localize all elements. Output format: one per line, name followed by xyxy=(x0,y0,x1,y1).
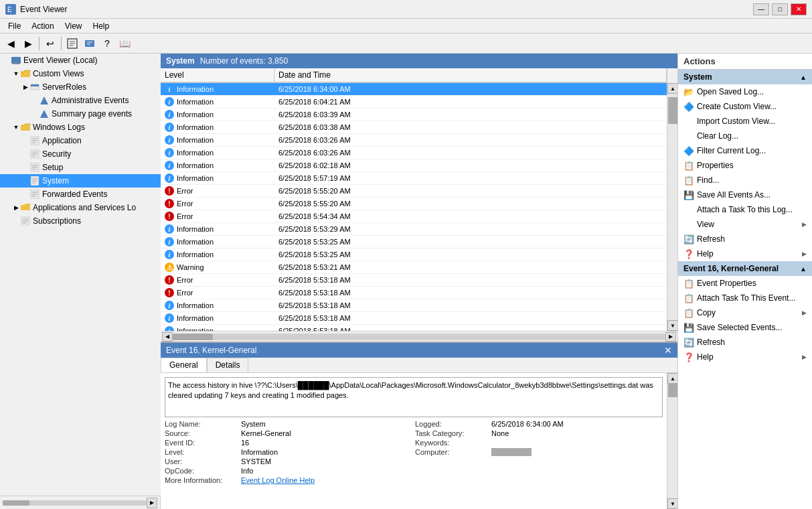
expander-appservices[interactable]: ▶ xyxy=(12,204,20,212)
action-item[interactable]: Clear Log... xyxy=(678,129,812,143)
event-row[interactable]: iInformation6/25/2018 6:03:26 AM xyxy=(161,147,667,159)
book-button[interactable]: 📖 xyxy=(116,35,133,52)
event-row[interactable]: !Error6/25/2018 5:53:18 AM xyxy=(161,274,667,287)
toolbar-separator-1 xyxy=(39,37,39,50)
tree-item-setup[interactable]: Setup xyxy=(0,161,161,174)
event-row[interactable]: !Error6/25/2018 5:53:18 AM xyxy=(161,287,667,299)
expander-serverroles[interactable]: ▶ xyxy=(21,83,29,91)
tab-general[interactable]: General xyxy=(161,358,207,372)
scroll-track[interactable] xyxy=(667,94,677,320)
event-row[interactable]: !Error6/25/2018 5:55:20 AM xyxy=(161,185,667,198)
event-row[interactable]: !Error6/25/2018 5:54:34 AM xyxy=(161,210,667,223)
minimize-button[interactable]: — xyxy=(753,3,769,15)
event-row[interactable]: ⚠Warning6/25/2018 5:53:21 AM xyxy=(161,261,667,274)
event-row[interactable]: iInformation6/25/2018 5:53:18 AM xyxy=(161,325,667,331)
detail-scrollbar[interactable]: ▲ ▼ xyxy=(667,373,677,509)
event-level-cell: iInformation xyxy=(161,122,274,133)
event-row[interactable]: iInformation6/25/2018 6:03:26 AM xyxy=(161,134,667,147)
events-h-scrollbar[interactable]: ◀ ▶ xyxy=(161,331,677,342)
more-info-link[interactable]: Event Log Online Help xyxy=(241,476,412,484)
help-button[interactable]: ? xyxy=(99,35,115,52)
tab-details[interactable]: Details xyxy=(207,358,249,372)
action-item[interactable]: 📋Attach Task To This Event... xyxy=(678,291,812,305)
event-row[interactable]: iInformation6/25/2018 6:03:38 AM xyxy=(161,121,667,134)
event-detail-close-button[interactable]: ✕ xyxy=(664,345,672,356)
action-item[interactable]: 📋Find... xyxy=(678,173,812,188)
event-row[interactable]: iInformation6/25/2018 5:57:19 AM xyxy=(161,172,667,185)
event-row[interactable]: iInformation6/25/2018 6:02:18 AM xyxy=(161,159,667,172)
action-item[interactable]: 🔄Refresh xyxy=(678,335,812,350)
tree-item-system[interactable]: System xyxy=(0,174,161,188)
event-row[interactable]: iInformation6/25/2018 6:04:21 AM xyxy=(161,96,667,108)
events-scrollbar[interactable]: ▲ ▼ xyxy=(667,83,677,331)
event-detail-body: The access history in hive \??\C:\Users\… xyxy=(161,373,667,509)
event-row[interactable]: iInformation6/25/2018 5:53:29 AM xyxy=(161,223,667,236)
action-item[interactable]: View▶ xyxy=(678,217,812,232)
h-scroll-track[interactable] xyxy=(173,334,665,340)
tree-item-appservices[interactable]: ▶Applications and Services Lo xyxy=(0,201,161,214)
tree-icon-root xyxy=(11,55,21,66)
scroll-up-btn[interactable]: ▲ xyxy=(667,83,677,94)
scroll-right-h-btn[interactable]: ▶ xyxy=(665,332,676,342)
detail-scroll-thumb[interactable] xyxy=(668,384,677,397)
event-row[interactable]: iInformation6/25/2018 5:53:25 AM xyxy=(161,248,667,261)
scroll-left-btn[interactable]: ◀ xyxy=(162,332,173,342)
action-label: Event Properties xyxy=(697,279,756,288)
tree-item-summarypage[interactable]: Summary page events xyxy=(0,107,161,121)
left-panel-scrollbar[interactable]: ▶ xyxy=(0,496,161,509)
tree-item-subscriptions[interactable]: Subscriptions xyxy=(0,214,161,228)
scroll-thumb[interactable] xyxy=(668,97,677,124)
event-row[interactable]: iInformation6/25/2018 5:53:18 AM xyxy=(161,299,667,312)
forward-button[interactable]: ▶ xyxy=(20,35,36,52)
up-button[interactable]: ↩ xyxy=(42,35,58,52)
h-scroll-thumb[interactable] xyxy=(173,334,213,340)
action-item[interactable]: 💾Save All Events As... xyxy=(678,188,812,202)
action-item[interactable]: 💾Save Selected Events... xyxy=(678,320,812,335)
menu-help[interactable]: Help xyxy=(88,20,115,32)
expander-custom[interactable]: ▼ xyxy=(12,70,20,78)
tree-item-root[interactable]: Event Viewer (Local) xyxy=(0,54,161,67)
actions-section-event[interactable]: Event 16, Kernel-General▲ xyxy=(678,261,812,276)
actions-section-system[interactable]: System▲ xyxy=(678,70,812,84)
event-row[interactable]: iInformation6/25/2018 5:53:25 AM xyxy=(161,236,667,248)
datetime-column-header[interactable]: Date and Time xyxy=(274,68,667,82)
action-item[interactable]: ❓Help▶ xyxy=(678,246,812,261)
action-item[interactable]: Attach a Task To this Log... xyxy=(678,202,812,217)
event-row[interactable]: iInformation6/25/2018 5:53:18 AM xyxy=(161,312,667,325)
action-item[interactable]: 🔄Refresh xyxy=(678,232,812,246)
action-item[interactable]: 📋Properties xyxy=(678,158,812,173)
show-log-button[interactable] xyxy=(64,35,80,52)
maximize-button[interactable]: □ xyxy=(772,3,788,15)
tree-item-forwarded[interactable]: Forwarded Events xyxy=(0,188,161,201)
action-item[interactable]: 🔷Create Custom View... xyxy=(678,99,812,114)
scroll-down-btn[interactable]: ▼ xyxy=(667,320,677,331)
event-row[interactable]: !Error6/25/2018 5:55:20 AM xyxy=(161,198,667,210)
tree-item-winlogs[interactable]: ▼Windows Logs xyxy=(0,121,161,134)
close-button[interactable]: ✕ xyxy=(791,3,807,15)
action-item[interactable]: 📋Event Properties xyxy=(678,276,812,291)
expander-winlogs[interactable]: ▼ xyxy=(12,123,20,131)
level-column-header[interactable]: Level xyxy=(161,68,274,82)
action-item[interactable]: 📂Open Saved Log... xyxy=(678,84,812,99)
tree-item-security[interactable]: Security xyxy=(0,147,161,161)
tree-item-application[interactable]: Application xyxy=(0,134,161,147)
tree-item-custom[interactable]: ▼Custom Views xyxy=(0,67,161,80)
menu-view[interactable]: View xyxy=(60,20,88,32)
properties-button[interactable] xyxy=(82,35,98,52)
tree-item-serverroles[interactable]: ▶ServerRoles xyxy=(0,80,161,94)
event-row[interactable]: iInformation6/25/2018 6:03:39 AM xyxy=(161,108,667,121)
level-icon-info: i xyxy=(165,148,174,157)
action-item[interactable]: Import Custom View... xyxy=(678,114,812,129)
detail-scroll-down[interactable]: ▼ xyxy=(667,498,677,509)
menu-file[interactable]: File xyxy=(3,20,26,32)
detail-scroll-up[interactable]: ▲ xyxy=(667,373,677,384)
menu-action[interactable]: Action xyxy=(26,20,59,32)
action-item[interactable]: 🔷Filter Current Log... xyxy=(678,143,812,158)
event-row[interactable]: iInformation6/25/2018 6:34:00 AM xyxy=(161,83,667,96)
back-button[interactable]: ◀ xyxy=(3,35,19,52)
scroll-right-btn[interactable]: ▶ xyxy=(147,498,157,508)
action-item[interactable]: 📋Copy▶ xyxy=(678,305,812,320)
detail-scroll-track[interactable] xyxy=(667,384,677,498)
action-item[interactable]: ❓Help▶ xyxy=(678,350,812,364)
tree-item-adminevents[interactable]: Administrative Events xyxy=(0,94,161,107)
